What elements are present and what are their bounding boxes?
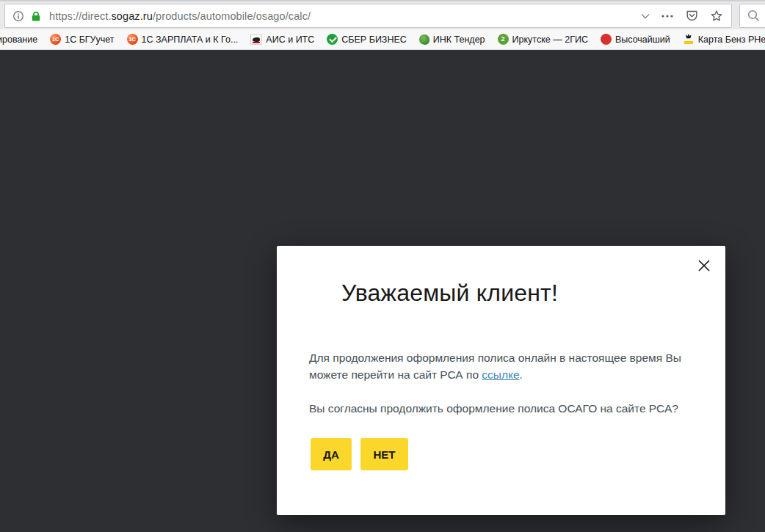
no-button[interactable]: НЕТ bbox=[360, 438, 408, 470]
bookmark-item-1c-zarplata[interactable]: 1С 1С ЗАРПЛАТА и К Го... bbox=[127, 34, 239, 45]
dialog-paragraph-2: Вы согласны продолжить оформление полиса… bbox=[309, 400, 691, 417]
pocket-icon[interactable] bbox=[685, 9, 699, 23]
sber-logo-icon bbox=[327, 34, 338, 45]
bookmark-star-icon[interactable] bbox=[709, 9, 724, 23]
close-icon[interactable] bbox=[695, 256, 714, 275]
bookmark-label: АИС и ИТС bbox=[266, 34, 314, 45]
paragraph1-line1: Для продолжения оформления полиса онлайн… bbox=[309, 349, 691, 366]
red-circle-icon bbox=[601, 34, 612, 45]
1c-icon: 1С bbox=[50, 34, 61, 45]
bookmarks-bar: ирование 1С 1С БГУучет 1С 1С ЗАРПЛАТА и … bbox=[0, 29, 765, 50]
paragraph1-line2: можете перейти на сайт РСА по ссылке. bbox=[309, 366, 691, 383]
bookmark-item-vysochaishy[interactable]: Высочайший bbox=[601, 34, 670, 45]
rsa-link[interactable]: ссылке bbox=[482, 368, 519, 381]
url-domain: sogaz.ru bbox=[112, 10, 153, 22]
bookmark-item-truncated[interactable]: ирование bbox=[0, 34, 37, 45]
bookmark-item-2gis[interactable]: 2 Иркутске — 2ГИС bbox=[498, 34, 588, 45]
bookmark-item-rosneft-map[interactable]: Карта Бенз РНефть bbox=[683, 34, 765, 45]
page-actions-ellipsis-icon[interactable] bbox=[660, 9, 675, 23]
dialog-paragraph-1: Для продолжения оформления полиса онлайн… bbox=[309, 349, 691, 383]
bookmark-label: Иркутске — 2ГИС bbox=[512, 34, 588, 45]
search-input[interactable] bbox=[739, 4, 765, 28]
bookmark-label: 1С БГУучет bbox=[65, 34, 114, 45]
bookmark-label: Высочайший bbox=[615, 34, 670, 45]
bookmark-label: ирование bbox=[0, 34, 37, 45]
yes-button[interactable]: ДА bbox=[311, 438, 352, 470]
urlbar-dropdown-chevron-icon[interactable] bbox=[641, 13, 650, 19]
1c-icon: 1С bbox=[127, 34, 138, 45]
url-text: https://direct.sogaz.ru/products/automob… bbox=[49, 10, 311, 22]
url-bar[interactable]: https://direct.sogaz.ru/products/automob… bbox=[4, 4, 732, 28]
page-info-icon[interactable] bbox=[12, 10, 24, 22]
bookmark-item-sber-business[interactable]: СБЕР БИЗНЕС bbox=[327, 34, 407, 45]
paragraph1-line2-text: можете перейти на сайт РСА по bbox=[309, 368, 482, 381]
client-notice-dialog: Уважаемый клиент! Для продолжения оформл… bbox=[277, 246, 725, 515]
bookmark-item-1c-bgu[interactable]: 1С 1С БГУучет bbox=[50, 34, 114, 45]
https-lock-icon[interactable] bbox=[30, 10, 42, 22]
dialog-buttons: ДА НЕТ bbox=[311, 438, 408, 470]
bookmark-label: Карта Бенз РНефть bbox=[698, 34, 765, 45]
bookmark-label: ИНК Тендер bbox=[433, 34, 485, 45]
url-scheme: https://direct. bbox=[49, 10, 112, 22]
paragraph1-period: . bbox=[520, 368, 523, 381]
url-path: /products/automobile/osago/calc/ bbox=[153, 10, 311, 22]
bookmark-label: 1С ЗАРПЛАТА и К Го... bbox=[142, 34, 239, 45]
bookmark-label: СБЕР БИЗНЕС bbox=[341, 34, 407, 45]
browser-navbar: https://direct.sogaz.ru/products/automob… bbox=[0, 0, 765, 29]
search-icon bbox=[747, 9, 761, 23]
rosneft-flame-icon bbox=[683, 34, 695, 45]
bookmark-item-ink-tender[interactable]: ИНК Тендер bbox=[419, 34, 485, 45]
tree-icon bbox=[419, 34, 429, 45]
dialog-title: Уважаемый клиент! bbox=[341, 280, 558, 307]
2gis-icon: 2 bbox=[498, 34, 509, 45]
bookmark-item-ais-its[interactable]: АИС и ИТС bbox=[250, 34, 314, 45]
babr-emblem-icon bbox=[250, 34, 262, 45]
